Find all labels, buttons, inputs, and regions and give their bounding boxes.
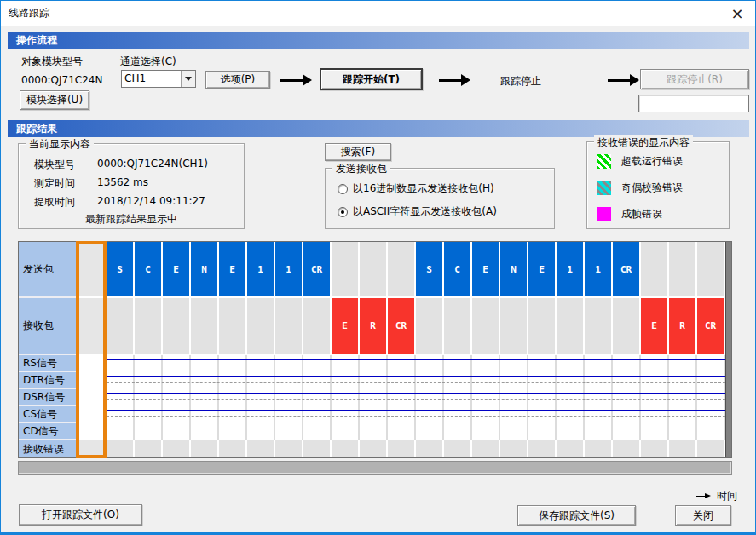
empty-cell[interactable] (416, 298, 444, 354)
signal-line (107, 393, 725, 394)
latest-result-status: 最新跟踪结果显示中 (19, 212, 244, 227)
empty-cell[interactable] (613, 298, 641, 354)
empty-cell[interactable] (388, 242, 416, 296)
empty-cell[interactable] (585, 298, 613, 354)
target-module-value: 0000:QJ71C24N (21, 74, 102, 86)
empty-cell[interactable] (641, 242, 669, 296)
empty-cell[interactable] (500, 298, 528, 354)
empty-cell[interactable] (303, 440, 332, 457)
empty-cell[interactable] (135, 298, 163, 354)
empty-cell[interactable] (697, 440, 725, 457)
send-packet-cell[interactable]: C (135, 242, 163, 296)
recv-packet-cell[interactable]: E (332, 298, 360, 354)
send-packet-cell[interactable]: N (500, 242, 528, 296)
grid-content: SCENE11CRSCENE11CRERCRERCR (76, 242, 725, 457)
measure-time-value: 13562 ms (97, 176, 148, 188)
empty-cell[interactable] (557, 440, 585, 457)
send-packet-cell[interactable]: E (163, 242, 191, 296)
channel-select-label: 通道选择(C) (120, 55, 176, 69)
empty-cell[interactable] (303, 298, 332, 354)
radio-icon[interactable] (338, 207, 348, 217)
options-button[interactable]: 选项(P) (205, 71, 270, 89)
empty-cell[interactable] (388, 440, 416, 457)
empty-cell[interactable] (472, 440, 500, 457)
empty-cell[interactable] (107, 440, 135, 457)
send-packet-cell[interactable]: 1 (557, 242, 585, 296)
radio-icon[interactable] (338, 184, 348, 194)
channel-select-combo[interactable]: CH1 (121, 70, 196, 88)
empty-cell[interactable] (444, 440, 472, 457)
empty-cell[interactable] (360, 242, 388, 296)
send-packet-cell[interactable]: CR (303, 242, 332, 296)
close-icon[interactable]: × (726, 3, 748, 23)
legend-overrun-error: 超载运行错误 (597, 154, 683, 169)
empty-cell[interactable] (191, 298, 219, 354)
horizontal-scrollbar[interactable] (18, 461, 732, 475)
send-packet-cell[interactable]: CR (613, 242, 641, 296)
empty-cell[interactable] (163, 440, 191, 457)
signal-reference-line (107, 416, 725, 417)
empty-cell[interactable] (444, 298, 472, 354)
radio-ascii-display[interactable]: 以ASCII字符显示发送接收包(A) (338, 204, 497, 219)
grid-row-recv: ERCRERCR (76, 298, 725, 355)
recv-packet-cell[interactable]: CR (697, 298, 725, 354)
recv-packet-cell[interactable]: R (360, 298, 388, 354)
empty-cell[interactable] (219, 298, 247, 354)
send-packet-cell[interactable]: E (219, 242, 247, 296)
send-packet-cell[interactable]: N (191, 242, 219, 296)
empty-cell[interactable] (472, 298, 500, 354)
send-packet-cell[interactable]: 1 (275, 242, 303, 296)
empty-cell[interactable] (585, 440, 613, 457)
module-model-label: 模块型号 (34, 158, 75, 172)
module-select-button[interactable]: 模块选择(U) (20, 90, 89, 110)
empty-cell[interactable] (528, 298, 557, 354)
recv-packet-cell[interactable]: E (641, 298, 669, 354)
channel-select-value: CH1 (122, 71, 181, 87)
empty-cell[interactable] (697, 242, 725, 296)
send-packet-cell[interactable]: E (528, 242, 557, 296)
empty-cell[interactable] (360, 440, 388, 457)
radio-ascii-label: 以ASCII字符显示发送接收包(A) (353, 204, 497, 219)
empty-cell[interactable] (135, 440, 163, 457)
empty-cell[interactable] (416, 440, 444, 457)
empty-cell[interactable] (557, 298, 585, 354)
open-trace-file-button[interactable]: 打开跟踪文件(O) (19, 504, 142, 526)
empty-cell[interactable] (332, 440, 360, 457)
packet-display-group: 发送接收包 以16进制数显示发送接收包(H) 以ASCII字符显示发送接收包(A… (325, 168, 555, 229)
grid-row-labels: 发送包接收包RS信号DTR信号DSR信号CS信号CD信号接收错误 (19, 242, 76, 457)
empty-cell[interactable] (191, 440, 219, 457)
empty-cell[interactable] (332, 242, 360, 296)
recv-packet-cell[interactable]: R (669, 298, 697, 354)
empty-cell[interactable] (528, 440, 557, 457)
recv-packet-cell[interactable]: CR (388, 298, 416, 354)
empty-cell[interactable] (669, 440, 697, 457)
send-packet-cell[interactable]: 1 (585, 242, 613, 296)
close-button[interactable]: 关闭 (675, 505, 731, 526)
save-trace-file-button[interactable]: 保存跟踪文件(S) (517, 505, 636, 526)
empty-cell[interactable] (641, 440, 669, 457)
grid-column-lines (107, 372, 725, 389)
empty-cell[interactable] (219, 440, 247, 457)
search-button[interactable]: 搜索(F) (325, 143, 391, 161)
trace-stop-button[interactable]: 跟踪停止(R) (640, 69, 749, 89)
signal-reference-line (107, 365, 725, 365)
parity-error-label: 奇偶校验错误 (621, 181, 683, 195)
empty-cell[interactable] (247, 298, 275, 354)
empty-cell[interactable] (613, 440, 641, 457)
empty-cell[interactable] (247, 440, 275, 457)
send-packet-cell[interactable]: S (416, 242, 444, 296)
trace-start-button[interactable]: 跟踪开始(T) (320, 68, 423, 90)
radio-hex-display[interactable]: 以16进制数显示发送接收包(H) (338, 181, 494, 196)
send-packet-cell[interactable]: C (444, 242, 472, 296)
empty-cell[interactable] (500, 440, 528, 457)
empty-cell[interactable] (107, 298, 135, 354)
chevron-down-icon[interactable] (181, 71, 195, 87)
send-packet-cell[interactable]: E (472, 242, 500, 296)
send-packet-cell[interactable]: 1 (247, 242, 275, 296)
empty-cell[interactable] (163, 298, 191, 354)
selected-column-highlight (76, 241, 107, 458)
send-packet-cell[interactable]: S (107, 242, 135, 296)
empty-cell[interactable] (669, 242, 697, 296)
empty-cell[interactable] (275, 440, 303, 457)
empty-cell[interactable] (275, 298, 303, 354)
